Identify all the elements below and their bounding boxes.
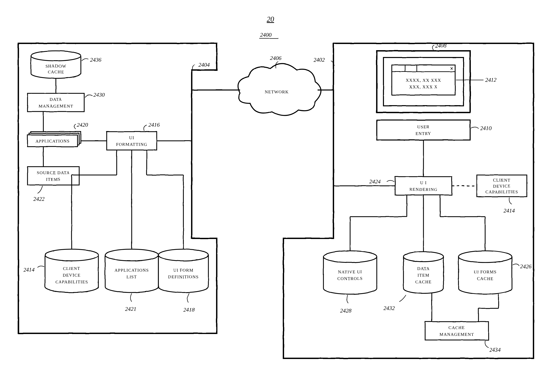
native-ui-controls-cylinder: NATIVE UI CONTROLS: [324, 251, 377, 294]
data-management-box: [28, 93, 84, 112]
ui-rendering-box: [395, 177, 452, 195]
source-items-ref: 2422: [33, 196, 45, 202]
svg-text:✕: ✕: [450, 66, 454, 71]
svg-text:DEVICE: DEVICE: [63, 273, 81, 278]
svg-text:APPLICATIONS: APPLICATIONS: [35, 139, 70, 143]
svg-text:APPLICATIONS: APPLICATIONS: [114, 268, 149, 273]
svg-point-25: [45, 249, 98, 261]
forms-cache-ref: 2426: [520, 263, 531, 269]
native-ctrls-ref: 2428: [340, 308, 352, 314]
svg-text:USER: USER: [417, 125, 430, 129]
svg-point-29: [105, 249, 158, 261]
user-entry-ref: 2410: [480, 125, 492, 131]
cache-management-box: [425, 322, 488, 340]
svg-text:DATA: DATA: [417, 266, 430, 271]
svg-text:UI FORM: UI FORM: [173, 268, 194, 273]
shadow-cache-cylinder: SHADOW CACHE: [31, 51, 81, 78]
svg-text:CAPABILITIES: CAPABILITIES: [55, 280, 88, 284]
svg-text:DEFINITIONS: DEFINITIONS: [168, 274, 199, 279]
svg-point-72: [458, 251, 512, 263]
screen-content-ref: 2412: [485, 77, 496, 83]
server-client-caps-cylinder: CLIENT DEVICE CAPABILITIES: [45, 249, 98, 293]
ui-form-definitions-cylinder: UI FORM DEFINITIONS: [158, 249, 208, 293]
svg-text:UI: UI: [129, 135, 134, 140]
client-caps-ref: 2414: [503, 208, 515, 214]
figure-number: 20: [267, 15, 274, 23]
client-display: ✕ XXXX, XX XXX XXX, XXX X: [377, 51, 470, 112]
user-entry-box: [377, 120, 470, 140]
svg-point-32: [158, 249, 208, 261]
svg-point-68: [403, 252, 443, 262]
svg-point-65: [324, 251, 377, 263]
applications-ref: 2420: [77, 122, 88, 128]
data-mgmt-ref: 2430: [93, 92, 105, 98]
data-cache-ref: 2432: [383, 305, 395, 311]
system-ref: 2400: [260, 32, 271, 38]
svg-text:CLIENT: CLIENT: [63, 266, 80, 271]
svg-text:LIST: LIST: [127, 274, 137, 279]
svg-text:MANAGEMENT: MANAGEMENT: [39, 104, 73, 109]
svg-text:MANAGEMENT: MANAGEMENT: [439, 332, 474, 337]
svg-text:ITEMS: ITEMS: [46, 177, 61, 182]
ui-formatting-ref: 2416: [148, 122, 160, 128]
shadow-cache-ref: 2436: [90, 57, 101, 63]
svg-text:CACHE: CACHE: [48, 70, 64, 74]
ui-form-defs-ref: 2418: [183, 307, 195, 313]
display-ref: 2408: [435, 42, 446, 49]
apps-list-ref: 2421: [125, 306, 136, 312]
svg-text:XXX, XXX X: XXX, XXX X: [409, 84, 438, 89]
svg-text:XXXX, XX XXX: XXXX, XX XXX: [406, 78, 441, 83]
svg-point-1: [31, 51, 81, 61]
svg-text:DEVICE: DEVICE: [493, 184, 511, 189]
client-ref: 2402: [313, 57, 325, 63]
svg-text:UI FORMS: UI FORMS: [474, 269, 497, 274]
svg-text:CACHE: CACHE: [477, 276, 493, 281]
svg-text:SOURCE DATA: SOURCE DATA: [37, 170, 70, 175]
svg-text:CACHE: CACHE: [415, 280, 432, 284]
ui-rendering-ref: 2424: [369, 178, 381, 184]
svg-text:ITEM: ITEM: [417, 273, 429, 278]
network-ref: 2406: [270, 55, 282, 61]
svg-text:NATIVE UI: NATIVE UI: [338, 269, 362, 274]
svg-text:FORMATTING: FORMATTING: [116, 142, 147, 147]
applications-box: APPLICATIONS: [28, 132, 81, 147]
svg-text:CLIENT: CLIENT: [493, 178, 510, 183]
svg-text:RENDERING: RENDERING: [409, 187, 437, 192]
svg-text:U I: U I: [420, 180, 427, 185]
cache-mgmt-ref: 2434: [489, 347, 501, 353]
svg-text:ENTRY: ENTRY: [415, 131, 431, 136]
ui-forms-cache-cylinder: UI FORMS CACHE: [458, 251, 512, 294]
svg-text:CAPABILITIES: CAPABILITIES: [486, 189, 518, 194]
server-client-caps-ref: 2414: [23, 267, 35, 273]
svg-text:CACHE: CACHE: [449, 325, 465, 330]
data-item-cache-cylinder: DATA ITEM CACHE: [403, 252, 443, 293]
svg-text:CONTROLS: CONTROLS: [337, 276, 363, 281]
network-label: NETWORK: [265, 90, 289, 94]
applications-list-cylinder: APPLICATIONS LIST: [105, 249, 158, 293]
svg-text:DATA: DATA: [49, 97, 62, 102]
server-ref: 2404: [198, 62, 210, 68]
ui-formatting-box: [107, 132, 157, 150]
svg-text:SHADOW: SHADOW: [45, 64, 66, 69]
